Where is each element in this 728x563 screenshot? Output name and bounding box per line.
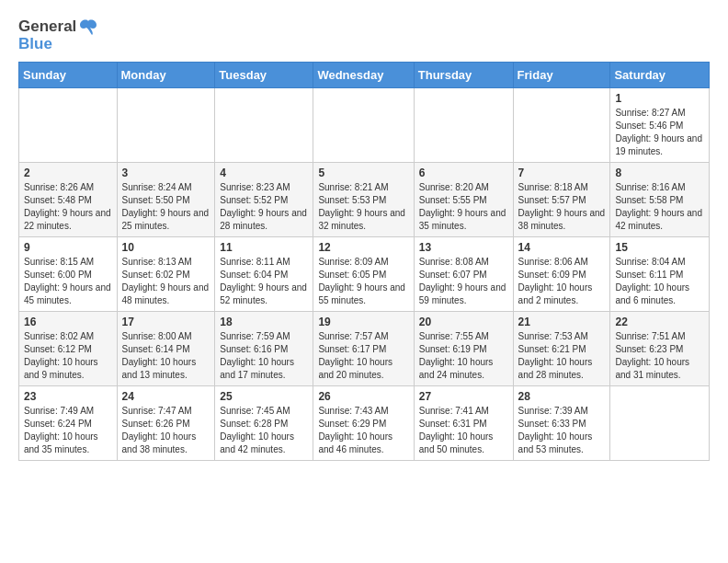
day-number: 27: [419, 390, 508, 403]
calendar-cell: [313, 88, 414, 163]
day-number: 19: [318, 316, 408, 328]
calendar-cell: [117, 88, 215, 163]
calendar-cell: 4Sunrise: 8:23 AM Sunset: 5:52 PM Daylig…: [215, 163, 313, 237]
calendar-cell: 26Sunrise: 7:43 AM Sunset: 6:29 PM Dayli…: [313, 386, 414, 461]
calendar-table: SundayMondayTuesdayWednesdayThursdayFrid…: [18, 62, 710, 461]
weekday-header-wednesday: Wednesday: [313, 63, 414, 88]
day-number: 16: [24, 316, 112, 328]
day-number: 18: [220, 316, 308, 328]
day-info: Sunrise: 8:27 AM Sunset: 5:46 PM Dayligh…: [615, 107, 704, 158]
day-info: Sunrise: 7:59 AM Sunset: 6:16 PM Dayligh…: [220, 330, 308, 382]
logo: General Blue: [18, 18, 98, 52]
logo-general-text: General: [18, 18, 76, 36]
day-info: Sunrise: 8:09 AM Sunset: 6:05 PM Dayligh…: [318, 256, 408, 307]
day-number: 26: [318, 390, 408, 403]
weekday-header-monday: Monday: [117, 63, 215, 88]
logo-blue-text: Blue: [18, 36, 52, 53]
day-info: Sunrise: 8:11 AM Sunset: 6:04 PM Dayligh…: [220, 256, 308, 307]
day-number: 1: [615, 92, 704, 105]
day-number: 28: [518, 390, 606, 403]
day-info: Sunrise: 8:02 AM Sunset: 6:12 PM Dayligh…: [24, 330, 112, 382]
weekday-header-row: SundayMondayTuesdayWednesdayThursdayFrid…: [19, 63, 710, 88]
day-number: 23: [24, 390, 112, 403]
day-info: Sunrise: 8:13 AM Sunset: 6:02 PM Dayligh…: [122, 256, 210, 307]
calendar-week-1: 1Sunrise: 8:27 AM Sunset: 5:46 PM Daylig…: [19, 88, 710, 163]
calendar-week-3: 9Sunrise: 8:15 AM Sunset: 6:00 PM Daylig…: [19, 237, 710, 312]
day-info: Sunrise: 8:24 AM Sunset: 5:50 PM Dayligh…: [122, 181, 210, 233]
day-number: 8: [615, 167, 704, 179]
day-number: 21: [518, 316, 606, 328]
day-info: Sunrise: 7:45 AM Sunset: 6:28 PM Dayligh…: [220, 405, 308, 456]
logo-bird-icon: [78, 18, 98, 35]
calendar-cell: 12Sunrise: 8:09 AM Sunset: 6:05 PM Dayli…: [313, 237, 414, 312]
calendar-cell: 5Sunrise: 8:21 AM Sunset: 5:53 PM Daylig…: [313, 163, 414, 237]
calendar-cell: 9Sunrise: 8:15 AM Sunset: 6:00 PM Daylig…: [19, 237, 118, 312]
day-info: Sunrise: 8:16 AM Sunset: 5:58 PM Dayligh…: [615, 181, 704, 233]
calendar-week-4: 16Sunrise: 8:02 AM Sunset: 6:12 PM Dayli…: [19, 312, 710, 386]
day-number: 5: [318, 167, 408, 179]
calendar-cell: 8Sunrise: 8:16 AM Sunset: 5:58 PM Daylig…: [610, 163, 710, 237]
calendar-cell: 7Sunrise: 8:18 AM Sunset: 5:57 PM Daylig…: [513, 163, 610, 237]
day-number: 3: [122, 167, 210, 179]
day-number: 12: [318, 241, 408, 254]
calendar-body: 1Sunrise: 8:27 AM Sunset: 5:46 PM Daylig…: [19, 88, 710, 461]
calendar-cell: [513, 88, 610, 163]
day-info: Sunrise: 8:06 AM Sunset: 6:09 PM Dayligh…: [518, 256, 606, 307]
calendar-cell: 10Sunrise: 8:13 AM Sunset: 6:02 PM Dayli…: [117, 237, 215, 312]
calendar-cell: 25Sunrise: 7:45 AM Sunset: 6:28 PM Dayli…: [215, 386, 313, 461]
page-header: General Blue: [18, 18, 710, 52]
day-number: 24: [122, 390, 210, 403]
day-info: Sunrise: 7:49 AM Sunset: 6:24 PM Dayligh…: [24, 405, 112, 456]
day-number: 7: [518, 167, 606, 179]
day-number: 20: [419, 316, 508, 328]
day-info: Sunrise: 8:18 AM Sunset: 5:57 PM Dayligh…: [518, 181, 606, 233]
weekday-header-friday: Friday: [513, 63, 610, 88]
day-info: Sunrise: 8:00 AM Sunset: 6:14 PM Dayligh…: [122, 330, 210, 382]
day-number: 11: [220, 241, 308, 254]
calendar-cell: 1Sunrise: 8:27 AM Sunset: 5:46 PM Daylig…: [610, 88, 710, 163]
day-info: Sunrise: 7:47 AM Sunset: 6:26 PM Dayligh…: [122, 405, 210, 456]
calendar-cell: [19, 88, 118, 163]
day-info: Sunrise: 8:26 AM Sunset: 5:48 PM Dayligh…: [24, 181, 112, 233]
day-number: 9: [24, 241, 112, 254]
calendar-cell: 22Sunrise: 7:51 AM Sunset: 6:23 PM Dayli…: [610, 312, 710, 386]
calendar-cell: 15Sunrise: 8:04 AM Sunset: 6:11 PM Dayli…: [610, 237, 710, 312]
calendar-cell: 23Sunrise: 7:49 AM Sunset: 6:24 PM Dayli…: [19, 386, 118, 461]
weekday-header-thursday: Thursday: [414, 63, 513, 88]
weekday-header-sunday: Sunday: [19, 63, 118, 88]
calendar-cell: 13Sunrise: 8:08 AM Sunset: 6:07 PM Dayli…: [414, 237, 513, 312]
calendar-cell: [215, 88, 313, 163]
day-info: Sunrise: 7:57 AM Sunset: 6:17 PM Dayligh…: [318, 330, 408, 382]
weekday-header-tuesday: Tuesday: [215, 63, 313, 88]
calendar-cell: 18Sunrise: 7:59 AM Sunset: 6:16 PM Dayli…: [215, 312, 313, 386]
calendar-cell: 6Sunrise: 8:20 AM Sunset: 5:55 PM Daylig…: [414, 163, 513, 237]
calendar-cell: 21Sunrise: 7:53 AM Sunset: 6:21 PM Dayli…: [513, 312, 610, 386]
calendar-cell: [414, 88, 513, 163]
day-info: Sunrise: 8:04 AM Sunset: 6:11 PM Dayligh…: [615, 256, 704, 307]
day-info: Sunrise: 7:55 AM Sunset: 6:19 PM Dayligh…: [419, 330, 508, 382]
day-info: Sunrise: 8:15 AM Sunset: 6:00 PM Dayligh…: [24, 256, 112, 307]
day-number: 17: [122, 316, 210, 328]
day-number: 2: [24, 167, 112, 179]
day-number: 13: [419, 241, 508, 254]
calendar-week-2: 2Sunrise: 8:26 AM Sunset: 5:48 PM Daylig…: [19, 163, 710, 237]
day-info: Sunrise: 7:51 AM Sunset: 6:23 PM Dayligh…: [615, 330, 704, 382]
day-number: 25: [220, 390, 308, 403]
day-info: Sunrise: 8:23 AM Sunset: 5:52 PM Dayligh…: [220, 181, 308, 233]
calendar-cell: 2Sunrise: 8:26 AM Sunset: 5:48 PM Daylig…: [19, 163, 118, 237]
calendar-cell: 27Sunrise: 7:41 AM Sunset: 6:31 PM Dayli…: [414, 386, 513, 461]
day-info: Sunrise: 7:53 AM Sunset: 6:21 PM Dayligh…: [518, 330, 606, 382]
day-info: Sunrise: 7:39 AM Sunset: 6:33 PM Dayligh…: [518, 405, 606, 456]
day-info: Sunrise: 8:21 AM Sunset: 5:53 PM Dayligh…: [318, 181, 408, 233]
calendar-cell: 16Sunrise: 8:02 AM Sunset: 6:12 PM Dayli…: [19, 312, 118, 386]
calendar-cell: 11Sunrise: 8:11 AM Sunset: 6:04 PM Dayli…: [215, 237, 313, 312]
calendar-cell: 3Sunrise: 8:24 AM Sunset: 5:50 PM Daylig…: [117, 163, 215, 237]
day-number: 15: [615, 241, 704, 254]
day-info: Sunrise: 8:08 AM Sunset: 6:07 PM Dayligh…: [419, 256, 508, 307]
calendar-cell: 20Sunrise: 7:55 AM Sunset: 6:19 PM Dayli…: [414, 312, 513, 386]
calendar-cell: 14Sunrise: 8:06 AM Sunset: 6:09 PM Dayli…: [513, 237, 610, 312]
weekday-header-saturday: Saturday: [610, 63, 710, 88]
calendar-cell: 28Sunrise: 7:39 AM Sunset: 6:33 PM Dayli…: [513, 386, 610, 461]
calendar-cell: 17Sunrise: 8:00 AM Sunset: 6:14 PM Dayli…: [117, 312, 215, 386]
day-info: Sunrise: 7:43 AM Sunset: 6:29 PM Dayligh…: [318, 405, 408, 456]
